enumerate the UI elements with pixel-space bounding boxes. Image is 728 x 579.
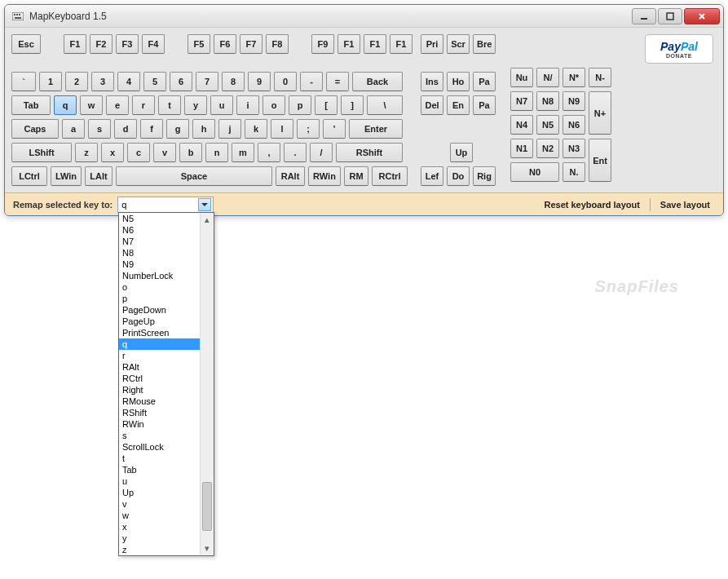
key-n[interactable]: n [205,143,228,162]
key-lwin[interactable]: LWin [51,166,82,186]
key-1[interactable]: 1 [39,72,62,91]
titlebar[interactable]: MapKeyboard 1.5 [5,5,723,28]
paypal-donate-button[interactable]: PayPal DONATE [645,34,713,64]
key-r[interactable]: r [132,95,155,115]
remap-dropdown-list[interactable]: N5N6N7N8N9NumberLockopPageDownPageUpPrin… [118,212,214,556]
key-numlock[interactable]: Nu [510,68,533,87]
key-x[interactable]: x [101,143,124,162]
key-num1[interactable]: N1 [510,139,533,158]
key-num7[interactable]: N7 [510,91,533,111]
key-o[interactable]: o [263,95,285,115]
remap-combo[interactable]: q [117,197,214,213]
key-4[interactable]: 4 [117,72,140,91]
key-p[interactable]: p [289,95,311,115]
key-i[interactable]: i [236,95,259,115]
key-backslash[interactable]: \ [367,95,403,115]
key-7[interactable]: 7 [196,72,218,91]
key-right[interactable]: Rig [473,166,496,186]
key-f4[interactable]: F4 [142,34,165,54]
save-layout-button[interactable]: Save layout [655,200,715,210]
key-num3[interactable]: N3 [563,139,585,158]
key-printscreen[interactable]: Pri [421,34,443,54]
scroll-thumb[interactable] [202,482,212,531]
key-d[interactable]: d [114,119,137,139]
key-f3[interactable]: F3 [116,34,139,54]
key-f2[interactable]: F2 [90,34,113,54]
key-equals[interactable]: = [326,72,349,91]
key-numdot[interactable]: N. [563,162,585,182]
key-rwin[interactable]: RWin [308,166,341,186]
key-2[interactable]: 2 [65,72,88,91]
key-b[interactable]: b [179,143,202,162]
key-num9[interactable]: N9 [563,91,585,111]
key-f11[interactable]: F1 [364,34,386,54]
key-numplus[interactable]: N+ [589,91,611,135]
key-f5[interactable]: F5 [188,34,210,54]
key-g[interactable]: g [166,119,189,139]
key-9[interactable]: 9 [248,72,271,91]
key-pageup[interactable]: Pa [473,72,496,91]
key-num0[interactable]: N0 [510,162,559,182]
key-up[interactable]: Up [450,143,473,162]
key-space[interactable]: Space [116,166,272,186]
maximize-button[interactable] [658,8,682,24]
key-w[interactable]: w [80,95,103,115]
key-q[interactable]: q [54,95,77,115]
key-minus[interactable]: - [300,72,323,91]
key-lctrl[interactable]: LCtrl [11,166,47,186]
key-5[interactable]: 5 [143,72,166,91]
key-scrolllock[interactable]: Scr [447,34,470,54]
key-num4[interactable]: N4 [510,115,533,135]
key-f6[interactable]: F6 [214,34,236,54]
scroll-up-icon[interactable]: ▴ [201,213,214,227]
key-numenter[interactable]: Ent [589,139,611,182]
key-esc[interactable]: Esc [11,34,41,54]
key-semicolon[interactable]: ; [297,119,320,139]
key-z[interactable]: z [75,143,98,162]
key-num2[interactable]: N2 [536,139,559,158]
key-comma[interactable]: , [258,143,280,162]
key-end[interactable]: En [447,95,470,115]
key-capslock[interactable]: Caps [11,119,59,139]
key-a[interactable]: a [62,119,85,139]
key-num6[interactable]: N6 [563,115,585,135]
close-button[interactable] [684,8,720,24]
key-f7[interactable]: F7 [240,34,263,54]
key-8[interactable]: 8 [222,72,245,91]
key-c[interactable]: c [127,143,150,162]
key-y[interactable]: y [184,95,207,115]
key-e[interactable]: e [106,95,129,115]
reset-layout-button[interactable]: Reset keyboard layout [539,200,644,210]
key-m[interactable]: m [232,143,254,162]
key-3[interactable]: 3 [91,72,114,91]
key-f1[interactable]: F1 [64,34,86,54]
key-f12[interactable]: F1 [390,34,413,54]
key-num5[interactable]: N5 [536,115,559,135]
key-insert[interactable]: Ins [421,72,443,91]
key-nummul[interactable]: N* [563,68,585,87]
key-f10[interactable]: F1 [338,34,360,54]
key-menu[interactable]: RM [344,166,368,186]
key-6[interactable]: 6 [170,72,192,91]
key-0[interactable]: 0 [274,72,297,91]
key-slash[interactable]: / [310,143,333,162]
key-t[interactable]: t [158,95,181,115]
key-rshift[interactable]: RShift [336,143,403,162]
key-down[interactable]: Do [447,166,470,186]
key-backspace[interactable]: Back [352,72,403,91]
key-ralt[interactable]: RAlt [276,166,305,186]
key-left[interactable]: Lef [421,166,443,186]
key-delete[interactable]: Del [421,95,443,115]
key-rctrl[interactable]: RCtrl [372,166,408,186]
dropdown-scrollbar[interactable]: ▴ ▾ [200,213,214,555]
key-grave[interactable]: ` [11,72,36,91]
key-apostrophe[interactable]: ' [323,119,346,139]
key-bracket-l[interactable]: [ [315,95,338,115]
key-num8[interactable]: N8 [536,91,559,111]
key-tab[interactable]: Tab [11,95,51,115]
minimize-button[interactable] [632,8,656,24]
key-j[interactable]: j [218,119,241,139]
key-h[interactable]: h [192,119,215,139]
key-v[interactable]: v [153,143,176,162]
key-numdiv[interactable]: N/ [536,68,559,87]
